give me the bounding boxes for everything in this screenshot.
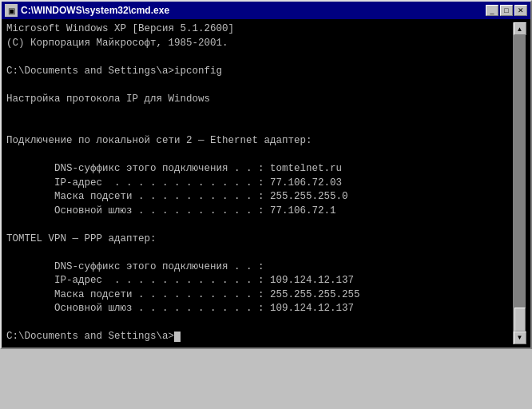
title-bar: ▣ C:\WINDOWS\system32\cmd.exe _ □ ✕: [2, 2, 530, 19]
scroll-down-button[interactable]: ▼: [514, 332, 526, 344]
scrollbar[interactable]: ▲ ▼: [513, 22, 526, 344]
window-title: C:\WINDOWS\system32\cmd.exe: [21, 5, 169, 16]
console-area: Microsoft Windows XP [Версия 5.1.2600] (…: [2, 19, 530, 347]
title-buttons: _ □ ✕: [486, 5, 527, 16]
window-icon: ▣: [5, 4, 18, 17]
title-bar-left: ▣ C:\WINDOWS\system32\cmd.exe: [5, 4, 169, 17]
scroll-up-button[interactable]: ▲: [514, 22, 526, 35]
scroll-track: [514, 35, 526, 332]
console-output[interactable]: Microsoft Windows XP [Версия 5.1.2600] (…: [6, 22, 513, 344]
cmd-window: ▣ C:\WINDOWS\system32\cmd.exe _ □ ✕ Micr…: [0, 0, 532, 349]
cursor: [174, 332, 181, 342]
scroll-thumb[interactable]: [514, 308, 526, 332]
close-button[interactable]: ✕: [514, 5, 527, 16]
maximize-button[interactable]: □: [500, 5, 513, 16]
minimize-button[interactable]: _: [486, 5, 498, 16]
